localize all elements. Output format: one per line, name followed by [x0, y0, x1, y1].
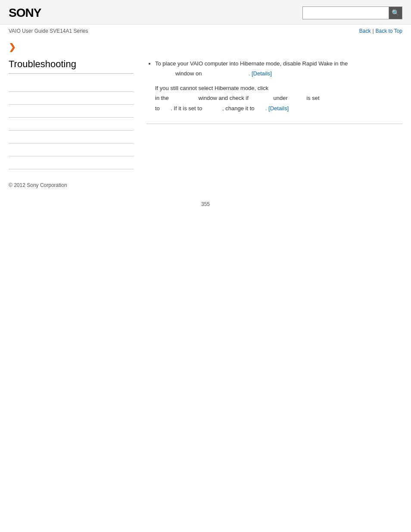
page-number-value: 355: [201, 201, 210, 207]
under-label: under: [274, 95, 288, 101]
copyright: © 2012 Sony Corporation: [9, 182, 67, 188]
breadcrumb-bar: VAIO User Guide SVE14A1 Series Back | Ba…: [0, 25, 411, 37]
content-area: To place your VAIO computer into Hiberna…: [146, 54, 402, 169]
content-block-1: To place your VAIO computer into Hiberna…: [155, 59, 402, 79]
main-content: Troubleshooting To place yo: [0, 54, 411, 169]
guide-title: VAIO User Guide SVE14A1 Series: [9, 28, 88, 34]
chevron-right-icon: ❯: [9, 42, 16, 52]
sony-logo: SONY: [9, 6, 41, 20]
sidebar-item-4[interactable]: [9, 118, 134, 131]
sidebar-item-5[interactable]: [9, 131, 134, 143]
if-still-text: If you still cannot select Hibernate mod…: [155, 85, 268, 91]
details-link-1[interactable]: . [Details]: [249, 70, 272, 77]
breadcrumb-nav: Back | Back to Top: [359, 28, 402, 34]
in-the-prefix: in the: [155, 95, 169, 101]
window-and-check: window and check if: [198, 95, 248, 101]
bullet-text: To place your VAIO computer into Hiberna…: [155, 60, 348, 67]
back-to-top-link[interactable]: Back to Top: [376, 28, 402, 34]
to-prefix: to: [155, 105, 160, 112]
nav-separator: |: [372, 28, 374, 34]
search-area: 🔍: [302, 6, 402, 19]
details-link-2[interactable]: . [Details]: [265, 105, 289, 112]
sidebar-item-6[interactable]: [9, 143, 134, 156]
search-input[interactable]: [302, 6, 389, 19]
header: SONY 🔍: [0, 0, 411, 25]
is-set-label: is set: [306, 95, 319, 101]
sidebar-item-1[interactable]: [9, 79, 134, 92]
search-icon: 🔍: [392, 9, 400, 17]
sidebar-item-2[interactable]: [9, 92, 134, 105]
sidebar: Troubleshooting: [9, 54, 134, 169]
window-on-prefix: window on: [175, 70, 202, 77]
sidebar-title: Troubleshooting: [9, 59, 134, 74]
content-block-2: If you still cannot select Hibernate mod…: [155, 83, 402, 113]
if-set-to: . If it is set to: [171, 105, 202, 112]
sidebar-item-7[interactable]: [9, 156, 134, 169]
change-it-to: , change it to: [222, 105, 254, 112]
sidebar-item-3[interactable]: [9, 105, 134, 118]
page-number: 355: [0, 193, 411, 216]
footer: © 2012 Sony Corporation: [0, 169, 411, 193]
content-section: To place your VAIO computer into Hiberna…: [146, 59, 402, 124]
back-link[interactable]: Back: [359, 28, 371, 34]
content-list: To place your VAIO computer into Hiberna…: [146, 59, 402, 113]
list-item-1: To place your VAIO computer into Hiberna…: [155, 59, 402, 113]
expand-arrow[interactable]: ❯: [0, 37, 411, 54]
search-button[interactable]: 🔍: [389, 6, 402, 19]
